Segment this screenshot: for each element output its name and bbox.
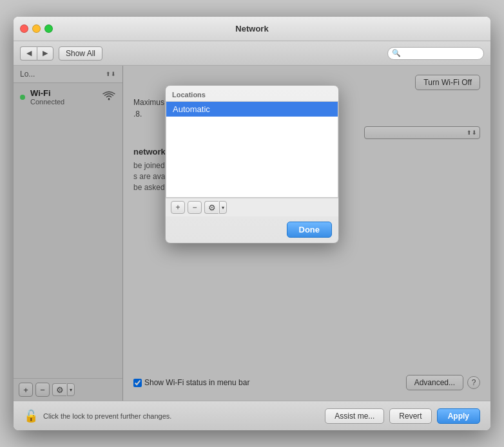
content-area: Lo... ⬆⬇ Wi-Fi Connected [14, 66, 490, 401]
minimize-button[interactable] [32, 24, 41, 33]
location-item-automatic[interactable]: Automatic [166, 102, 338, 117]
lock-area: 🔓 Click the lock to prevent further chan… [24, 409, 171, 423]
modal-gear-button[interactable]: ⚙ [204, 201, 218, 214]
modal-overlay: Locations Automatic + − ⚙ ▾ [14, 66, 490, 401]
toolbar: ◀ ▶ Show All 🔍 [14, 41, 490, 66]
modal-footer: Done [166, 216, 338, 243]
network-window: Network ◀ ▶ Show All 🔍 Lo... ⬆⬇ Wi-Fi Co… [14, 17, 490, 430]
back-button[interactable]: ◀ [20, 46, 37, 61]
modal-remove-button[interactable]: − [188, 201, 202, 214]
modal-gear-dropdown: ⚙ ▾ [204, 201, 227, 214]
forward-button[interactable]: ▶ [37, 46, 53, 61]
bottom-bar: 🔓 Click the lock to prevent further chan… [14, 401, 490, 430]
search-icon: 🔍 [392, 49, 401, 57]
titlebar: Network [14, 17, 490, 41]
lock-text: Click the lock to prevent further change… [43, 412, 171, 420]
modal-add-button[interactable]: + [171, 201, 185, 214]
modal-toolbar: + − ⚙ ▾ [166, 198, 338, 216]
modal-content: Locations Automatic + − ⚙ ▾ [166, 86, 338, 216]
lock-icon[interactable]: 🔓 [24, 409, 38, 423]
modal-gear-arrow-button[interactable]: ▾ [219, 201, 227, 214]
apply-button[interactable]: Apply [437, 408, 480, 424]
close-button[interactable] [20, 24, 28, 33]
locations-list: Automatic [166, 101, 338, 198]
bottom-buttons: Assist me... Revert Apply [325, 408, 480, 424]
show-all-button[interactable]: Show All [59, 46, 102, 61]
locations-modal: Locations Automatic + − ⚙ ▾ [165, 85, 339, 243]
assist-me-button[interactable]: Assist me... [325, 408, 384, 424]
window-title: Network [235, 24, 268, 33]
locations-label: Locations [166, 86, 338, 101]
traffic-lights [20, 24, 53, 33]
done-button[interactable]: Done [287, 222, 333, 238]
nav-buttons: ◀ ▶ [20, 46, 53, 61]
search-box[interactable]: 🔍 [387, 47, 484, 60]
revert-button[interactable]: Revert [389, 408, 431, 424]
maximize-button[interactable] [44, 24, 53, 33]
